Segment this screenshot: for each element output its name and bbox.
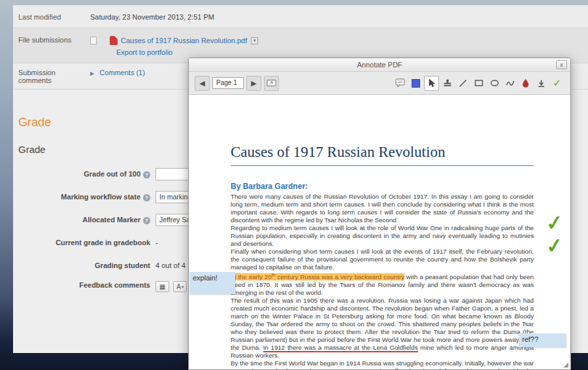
comment-note[interactable]: ref?? xyxy=(519,333,566,347)
last-modified-value: Saturday, 23 November 2013, 2:51 PM xyxy=(86,5,218,27)
pdf-file-icon xyxy=(110,36,118,45)
help-icon[interactable]: ? xyxy=(143,171,150,178)
file-submissions-label: File submissions xyxy=(13,28,86,63)
select-tool-icon[interactable] xyxy=(424,76,439,91)
file-area-icon xyxy=(90,37,97,44)
stamp-picker-icon[interactable] xyxy=(534,76,549,91)
pdf-paragraph: In the early 20th century Russia was a v… xyxy=(231,271,534,297)
feedback-comments-label: Feedback comments xyxy=(13,281,150,289)
comments-link[interactable]: Comments (1) xyxy=(99,69,145,76)
pdf-byline: By Barbara Gardner: xyxy=(231,182,534,191)
pdf-paragraph: The result of this was in 1905 there was… xyxy=(231,297,534,360)
pdf-document: Causes of 1917 Russian Revolution By Bar… xyxy=(189,95,570,369)
current-grade-value: - xyxy=(155,239,158,246)
prev-page-button[interactable]: ◀ xyxy=(195,76,210,91)
close-button[interactable]: x xyxy=(556,60,567,69)
annotate-toolbar: ◀ Page 1 ▶ xyxy=(189,72,570,95)
comment-color-swatch[interactable] xyxy=(408,76,423,91)
resize-handle-icon[interactable]: ◢ xyxy=(563,361,568,368)
help-icon[interactable]: ? xyxy=(143,217,150,224)
help-icon[interactable]: ? xyxy=(143,194,150,201)
last-modified-row: Last modified Saturday, 23 November 2013… xyxy=(13,5,588,28)
pdf-paragraph: Regarding to medium term causes I will l… xyxy=(231,224,534,248)
underline-annotation[interactable]: In 1912 there was a massacre at the Lena… xyxy=(263,344,418,352)
expand-comments-icon[interactable]: ▶ xyxy=(90,71,94,76)
submission-comments-label: Submission comments xyxy=(13,63,86,89)
page-indicator[interactable]: Page 1 xyxy=(212,77,244,89)
expand-icon[interactable] xyxy=(264,76,279,91)
annotate-pdf-dialog: Annotate PDF x ◀ Page 1 ▶ xyxy=(188,58,571,370)
next-page-button[interactable]: ▶ xyxy=(246,76,261,91)
pdf-paragraph: There were many causes of the Russian Re… xyxy=(231,193,534,224)
export-to-portfolio-link[interactable]: Export to portfolio xyxy=(116,48,172,56)
comment-note[interactable]: explain! xyxy=(189,272,235,294)
comment-tool-icon[interactable] xyxy=(393,76,408,91)
pdf-paragraph: By the time the First World War began in… xyxy=(231,360,534,369)
highlight-annotation[interactable]: In the early 20th century Russia was a v… xyxy=(231,273,404,280)
current-grade-label: Current grade in gradebook xyxy=(13,239,150,246)
pdf-page[interactable]: Causes of 1917 Russian Revolution By Bar… xyxy=(189,95,570,369)
dialog-title: Annotate PDF xyxy=(357,61,402,69)
pen-tool-icon[interactable] xyxy=(502,76,517,91)
check-stamp[interactable]: ✓ xyxy=(544,233,564,260)
rectangle-tool-icon[interactable] xyxy=(471,76,486,91)
line-tool-icon[interactable] xyxy=(455,76,470,91)
dialog-titlebar[interactable]: Annotate PDF x xyxy=(189,58,570,72)
pdf-paragraph: Finally when considering short term caus… xyxy=(231,248,534,271)
grading-student-label: Grading student xyxy=(13,261,150,269)
last-modified-label: Last modified xyxy=(13,5,86,27)
editor-grid-icon[interactable]: ▦ xyxy=(155,281,169,292)
file-action-icon[interactable]: ▾ xyxy=(251,37,258,44)
submission-file-link[interactable]: Causes of 1917 Russian Revolution.pdf xyxy=(121,37,247,44)
workflow-state-label: Marking workflow state? xyxy=(13,193,150,201)
stamp-tool-icon[interactable] xyxy=(440,76,455,91)
grade-out-of-label: Grade out of 100? xyxy=(13,170,150,178)
stamp-check-icon[interactable]: ✓ xyxy=(549,76,564,91)
oval-tool-icon[interactable] xyxy=(487,76,502,91)
pdf-title: Causes of 1917 Russian Revolution xyxy=(231,144,534,166)
grading-student-value: 4 out of 4 xyxy=(155,261,186,269)
editor-font-icon[interactable]: A▾ xyxy=(173,281,187,292)
allocated-marker-label: Allocated Marker? xyxy=(13,216,150,224)
annotation-color-swatch[interactable] xyxy=(518,76,533,91)
